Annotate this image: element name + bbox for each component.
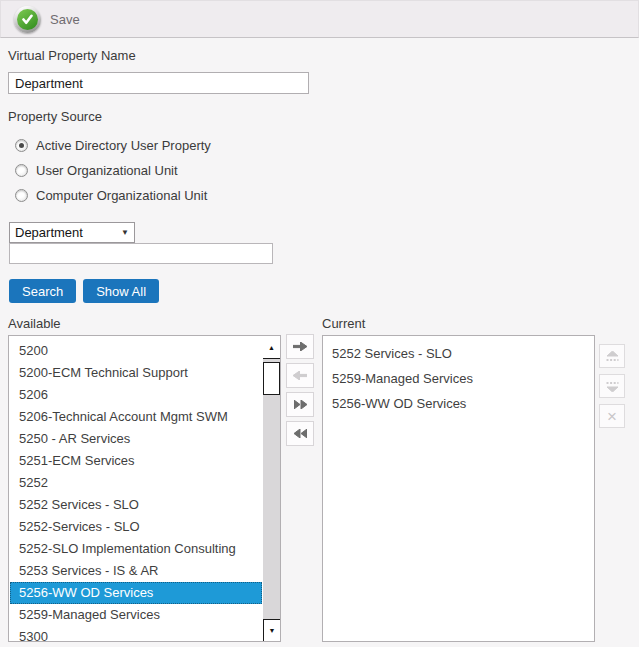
virtual-property-name-input[interactable] (8, 72, 309, 94)
show-all-button[interactable]: Show All (83, 279, 159, 303)
radio-icon (15, 189, 28, 202)
available-label: Available (8, 316, 281, 331)
available-list-item[interactable]: 5200-ECM Technical Support (10, 362, 262, 384)
move-up-button[interactable] (599, 344, 625, 368)
save-check-icon (14, 6, 41, 33)
radio-icon (15, 164, 28, 177)
property-source-radio-group: Active Directory User Property User Orga… (8, 138, 639, 203)
remove-x-icon: × (607, 408, 617, 425)
arrow-down-icon (606, 381, 619, 392)
available-list-item[interactable]: 5252 (10, 472, 262, 494)
move-left-button[interactable] (286, 363, 314, 388)
available-list-item[interactable]: 5200 (10, 340, 262, 362)
available-list-item[interactable]: 5252-SLO Implementation Consulting (10, 538, 262, 560)
move-all-right-button[interactable] (286, 392, 314, 417)
available-list-item[interactable]: 5253 Services - IS & AR (10, 560, 262, 582)
current-label: Current (322, 316, 595, 331)
available-list-item[interactable]: 5251-ECM Services (10, 450, 262, 472)
property-source-label: Property Source (8, 109, 639, 124)
chevron-down-icon: ▼ (121, 228, 129, 237)
move-right-button[interactable] (286, 334, 314, 359)
attribute-select-value: Department (15, 225, 83, 240)
scrollbar-thumb[interactable] (263, 362, 280, 395)
available-list-item[interactable]: 5206 (10, 384, 262, 406)
radio-icon (15, 139, 28, 152)
double-arrow-right-icon (294, 400, 307, 409)
main-content: Virtual Property Name Property Source Ac… (0, 38, 639, 647)
current-list-item[interactable]: 5259-Managed Services (323, 366, 594, 391)
arrow-up-icon (606, 351, 619, 362)
available-list-item[interactable]: 5252 Services - SLO (10, 494, 262, 516)
save-button-label: Save (50, 12, 80, 27)
available-list-item[interactable]: 5259-Managed Services (10, 604, 262, 626)
toolbar: Save (0, 0, 639, 38)
search-input[interactable] (9, 243, 273, 264)
available-list-item[interactable]: 5206-Technical Account Mgmt SWM (10, 406, 262, 428)
scrollbar-up-icon[interactable]: ▲ (263, 336, 280, 359)
available-list-item[interactable]: 5250 - AR Services (10, 428, 262, 450)
arrow-right-icon (293, 342, 307, 351)
search-button[interactable]: Search (9, 279, 76, 303)
current-list-item[interactable]: 5256-WW OD Services (323, 391, 594, 416)
available-list-item[interactable]: 5252-Services - SLO (10, 516, 262, 538)
save-button[interactable]: Save (14, 6, 80, 33)
double-arrow-left-icon (294, 429, 307, 438)
radio-computer-organizational-unit[interactable]: Computer Organizational Unit (15, 188, 639, 203)
virtual-property-name-label: Virtual Property Name (8, 48, 639, 63)
available-list-item[interactable]: 5300 (10, 626, 262, 642)
radio-label: Computer Organizational Unit (36, 188, 207, 203)
move-all-left-button[interactable] (286, 421, 314, 446)
remove-button[interactable]: × (599, 404, 625, 428)
radio-label: Active Directory User Property (36, 138, 211, 153)
arrow-left-icon (293, 371, 307, 380)
current-list[interactable]: 5252 Services - SLO5259-Managed Services… (322, 335, 595, 642)
current-list-item[interactable]: 5252 Services - SLO (323, 341, 594, 366)
attribute-select[interactable]: Department ▼ (9, 222, 135, 243)
radio-active-directory-user-property[interactable]: Active Directory User Property (15, 138, 639, 153)
radio-user-organizational-unit[interactable]: User Organizational Unit (15, 163, 639, 178)
available-list-items: 52005200-ECM Technical Support52065206-T… (10, 340, 262, 642)
available-list-item[interactable]: 5256-WW OD Services (10, 582, 262, 604)
scrollbar-down-icon[interactable]: ▼ (263, 619, 280, 641)
available-listbox[interactable]: 52005200-ECM Technical Support52065206-T… (8, 335, 281, 642)
scrollbar[interactable]: ▲ ▼ (263, 336, 280, 641)
radio-label: User Organizational Unit (36, 163, 178, 178)
move-down-button[interactable] (599, 374, 625, 398)
